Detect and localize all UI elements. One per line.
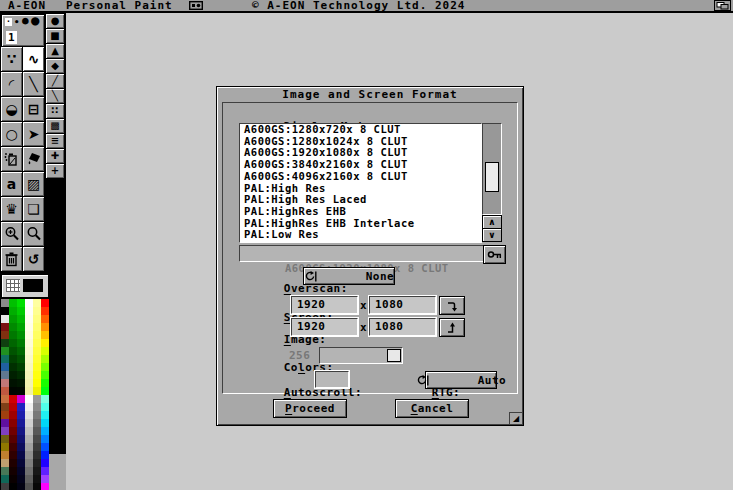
shape-tool-cross-outline[interactable]: +	[46, 164, 64, 178]
palette-swatch[interactable]	[1, 435, 9, 443]
copy-screen-to-image-button[interactable]	[439, 296, 465, 315]
shape-tool-cross-filled[interactable]: ✚	[46, 149, 64, 163]
palette-swatch[interactable]	[33, 459, 41, 467]
palette-swatch[interactable]	[25, 299, 33, 307]
image-height-field[interactable]: 1080	[369, 318, 436, 336]
palette-swatch[interactable]	[33, 307, 41, 315]
palette-swatch[interactable]	[1, 411, 9, 419]
screen-width-field[interactable]: 1920	[291, 296, 358, 314]
palette-swatch[interactable]	[1, 459, 9, 467]
mode-key-button[interactable]	[483, 245, 506, 264]
palette-swatch[interactable]	[1, 475, 9, 483]
palette-swatch[interactable]	[17, 379, 25, 387]
palette-swatch[interactable]	[9, 323, 17, 331]
tool-line[interactable]: ╲	[23, 72, 44, 96]
tool-zoom-in[interactable]	[1, 222, 22, 246]
mode-item[interactable]: A600GS:1280x720x 8 CLUT	[240, 124, 481, 136]
palette-swatch[interactable]	[9, 435, 17, 443]
shape-tool-dots-dense[interactable]: ▩	[46, 119, 64, 133]
palette-swatch[interactable]	[41, 323, 49, 331]
tool-freehand-dotted[interactable]: ∵	[1, 47, 22, 71]
palette-swatch[interactable]	[17, 355, 25, 363]
foreground-color-swatch[interactable]	[23, 279, 43, 292]
tool-ellipse[interactable]: ○	[1, 122, 22, 146]
palette-swatch[interactable]	[9, 403, 17, 411]
palette-swatch[interactable]	[17, 475, 25, 483]
tool-text[interactable]: a	[1, 172, 22, 196]
palette-swatch[interactable]	[41, 387, 49, 395]
brush-dot-1[interactable]: ·	[5, 18, 12, 26]
palette-swatch[interactable]	[33, 411, 41, 419]
shape-tool-line-thick[interactable]: ╱	[46, 74, 64, 88]
tool-flood-fill[interactable]	[23, 147, 44, 171]
palette-swatch[interactable]	[17, 427, 25, 435]
palette-swatch[interactable]	[25, 379, 33, 387]
scroll-down-button[interactable]: ∨	[482, 228, 502, 242]
palette-swatch[interactable]	[41, 379, 49, 387]
tool-freehand[interactable]: ∿	[23, 47, 44, 71]
tool-undo[interactable]: ↺	[23, 247, 44, 271]
palette-swatch[interactable]	[41, 411, 49, 419]
palette-swatch[interactable]	[41, 371, 49, 379]
palette-swatch[interactable]	[1, 379, 9, 387]
tool-clear[interactable]	[1, 247, 22, 271]
palette-swatch[interactable]	[25, 403, 33, 411]
screen-height-field[interactable]: 1080	[369, 296, 436, 314]
palette-swatch[interactable]	[25, 371, 33, 379]
brush-dot-2[interactable]: •	[14, 18, 19, 26]
tool-brush-select[interactable]: ❏	[23, 197, 44, 221]
palette-swatch[interactable]	[41, 435, 49, 443]
rtg-cycle-button[interactable]: Auto	[425, 371, 497, 389]
copy-image-to-screen-button[interactable]	[439, 318, 465, 337]
palette-swatch[interactable]	[33, 435, 41, 443]
palette-swatch[interactable]	[9, 411, 17, 419]
palette-swatch[interactable]	[25, 307, 33, 315]
palette-swatch[interactable]	[33, 475, 41, 483]
palette-swatch[interactable]	[17, 395, 25, 403]
scroll-up-button[interactable]: ∧	[482, 215, 502, 229]
palette-swatch[interactable]	[17, 443, 25, 451]
palette-swatch[interactable]	[1, 403, 9, 411]
palette-swatch[interactable]	[41, 315, 49, 323]
palette-swatch[interactable]	[41, 339, 49, 347]
palette-swatch[interactable]	[25, 475, 33, 483]
palette-swatch[interactable]	[33, 371, 41, 379]
palette-swatch[interactable]	[17, 347, 25, 355]
palette-swatch[interactable]	[1, 315, 9, 323]
palette-swatch[interactable]	[33, 387, 41, 395]
palette-swatch[interactable]	[41, 403, 49, 411]
shape-tool-triangle-filled[interactable]: ▲	[46, 44, 64, 58]
shape-tool-line-thin[interactable]: ╲	[46, 89, 64, 103]
palette-swatch[interactable]	[1, 299, 9, 307]
palette-swatch[interactable]	[1, 339, 9, 347]
shape-tool-dots-sparse[interactable]: ∷	[46, 104, 64, 118]
palette-swatch[interactable]	[25, 435, 33, 443]
palette-swatch[interactable]	[25, 459, 33, 467]
palette-swatch[interactable]	[17, 451, 25, 459]
palette-swatch[interactable]	[9, 371, 17, 379]
palette-swatch[interactable]	[25, 467, 33, 475]
palette-swatch[interactable]	[9, 347, 17, 355]
palette-swatch[interactable]	[1, 323, 9, 331]
resize-gadget[interactable]: ◢	[509, 412, 522, 424]
palette-swatch[interactable]	[9, 451, 17, 459]
palette-swatch[interactable]	[41, 451, 49, 459]
palette-swatch[interactable]	[33, 419, 41, 427]
tool-gradient[interactable]: ▨	[23, 172, 44, 196]
palette-swatch[interactable]	[25, 483, 33, 490]
palette-swatch[interactable]	[17, 435, 25, 443]
shape-tool-dot-filled[interactable]: ●	[46, 14, 64, 28]
palette-swatch[interactable]	[17, 403, 25, 411]
palette-swatch[interactable]	[17, 483, 25, 490]
palette-swatch[interactable]	[25, 339, 33, 347]
palette-swatch[interactable]	[41, 355, 49, 363]
palette-swatch[interactable]	[9, 363, 17, 371]
palette-swatch[interactable]	[25, 315, 33, 323]
palette-swatch[interactable]	[25, 347, 33, 355]
palette-swatch[interactable]	[41, 459, 49, 467]
palette-swatch[interactable]	[33, 395, 41, 403]
palette-swatch[interactable]	[9, 315, 17, 323]
autoscroll-checkbox[interactable]	[315, 371, 349, 388]
palette-swatch[interactable]	[17, 299, 25, 307]
palette-swatch[interactable]	[9, 395, 17, 403]
